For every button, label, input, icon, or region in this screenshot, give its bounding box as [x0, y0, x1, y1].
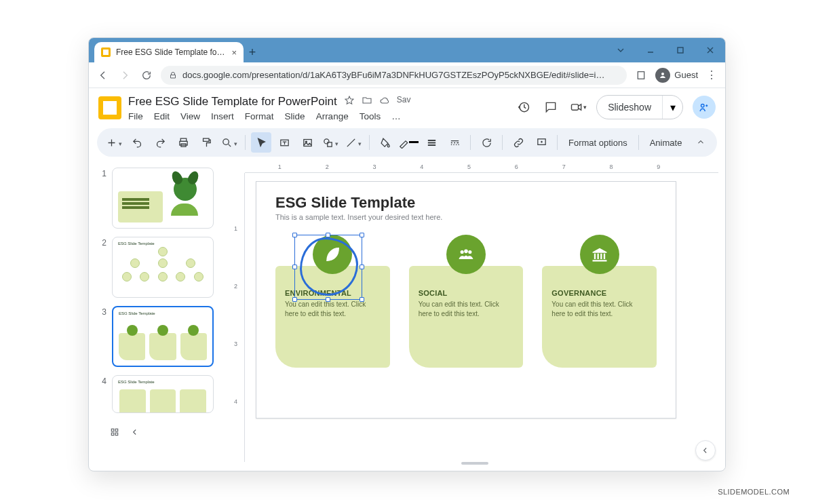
svg-rect-1: [638, 71, 644, 79]
slides-logo-icon[interactable]: [98, 96, 121, 119]
history-icon[interactable]: [515, 98, 532, 116]
canvas-area[interactable]: 1 2 3 4 5 6 7 8 9 1 2 3 4 ESG Slide Temp…: [225, 162, 725, 469]
image-tool[interactable]: [297, 132, 317, 153]
menu-view[interactable]: View: [180, 111, 200, 121]
explore-button[interactable]: [695, 440, 716, 461]
slide-panel[interactable]: 1 2 ESG Slide Template 3: [89, 162, 225, 469]
menu-edit[interactable]: Edit: [154, 111, 170, 121]
window-close-button[interactable]: [695, 38, 725, 62]
esg-card-social[interactable]: SOCIAL You can edit this text. Click her…: [409, 235, 524, 368]
comment-button[interactable]: [531, 132, 551, 153]
slide-canvas[interactable]: ESG Slide Template This is a sample text…: [256, 181, 676, 419]
slide-title[interactable]: ESG Slide Template: [256, 182, 676, 213]
svg-point-2: [661, 73, 664, 75]
menu-file[interactable]: File: [128, 111, 143, 121]
card-body[interactable]: You can edit this text. Click here to ed…: [551, 300, 647, 319]
tab-close-icon[interactable]: ×: [231, 47, 237, 58]
institution-icon[interactable]: [580, 235, 619, 274]
new-tab-button[interactable]: +: [244, 42, 261, 62]
window-maximize-button[interactable]: [665, 38, 695, 62]
svg-rect-18: [115, 429, 118, 431]
svg-rect-19: [111, 433, 114, 435]
menu-arrange[interactable]: Arrange: [316, 111, 349, 121]
tab-title: Free ESG Slide Template for Powe: [116, 47, 226, 57]
card-heading[interactable]: GOVERNANCE: [551, 289, 647, 297]
link-button[interactable]: [508, 132, 528, 153]
menu-format[interactable]: Format: [245, 111, 274, 121]
browser-toolbar: docs.google.com/presentation/d/1aKA6T3yB…: [89, 62, 725, 88]
slides-favicon-icon: [101, 47, 111, 57]
menu-tools[interactable]: Tools: [360, 111, 381, 121]
card-heading[interactable]: SOCIAL: [419, 289, 514, 297]
format-options-button[interactable]: Format options: [563, 138, 633, 148]
cloud-icon[interactable]: [379, 95, 390, 109]
chevron-down-icon[interactable]: [606, 38, 636, 62]
slideshow-button[interactable]: Slideshow ▾: [596, 95, 683, 119]
card-body[interactable]: You can edit this text. Click here to ed…: [419, 300, 514, 319]
collapse-toolbar-button[interactable]: [691, 138, 710, 147]
slide-subtitle[interactable]: This is a sample text. Insert your desir…: [256, 213, 676, 221]
selection-box[interactable]: [294, 235, 362, 300]
chevron-left-icon[interactable]: [128, 425, 142, 439]
thumb-number: 3: [98, 306, 106, 367]
slide-thumbnail-1[interactable]: [112, 168, 214, 229]
slide-thumbnail-4[interactable]: ESG Slide Template: [112, 375, 214, 413]
line-tool[interactable]: [343, 132, 364, 153]
fill-color-button[interactable]: [375, 132, 395, 153]
comments-icon[interactable]: [542, 98, 560, 116]
redo-button[interactable]: [150, 132, 170, 153]
svg-point-21: [461, 250, 464, 254]
address-bar[interactable]: docs.google.com/presentation/d/1aKA6T3yB…: [161, 66, 627, 85]
star-icon[interactable]: [344, 95, 355, 109]
thumb-number: 4: [98, 375, 106, 413]
thumb-number: 2: [98, 237, 106, 298]
undo-button[interactable]: [127, 132, 147, 153]
menu-insert[interactable]: Insert: [211, 111, 234, 121]
zoom-button[interactable]: [219, 132, 239, 153]
save-status: Sav: [397, 95, 411, 109]
move-icon[interactable]: [362, 95, 372, 109]
menu-slide[interactable]: Slide: [285, 111, 305, 121]
thumbnail-row: 1: [98, 168, 219, 229]
window-minimize-button[interactable]: [636, 38, 665, 62]
browser-menu-button[interactable]: ⋮: [705, 69, 718, 81]
people-icon[interactable]: [446, 235, 486, 274]
share-button[interactable]: [693, 96, 716, 119]
meet-icon[interactable]: ▾: [569, 98, 587, 116]
esg-card-governance[interactable]: GOVERNANCE You can edit this text. Click…: [542, 235, 657, 368]
card-body[interactable]: You can edit this text. Click here to ed…: [285, 300, 381, 319]
print-button[interactable]: [173, 132, 193, 153]
shape-tool[interactable]: [320, 132, 341, 153]
new-slide-button[interactable]: [104, 132, 124, 153]
svg-point-10: [223, 138, 229, 144]
slide-thumbnail-3[interactable]: ESG Slide Template: [112, 306, 214, 367]
border-dash-button[interactable]: [444, 132, 465, 153]
grid-view-icon[interactable]: [108, 425, 121, 439]
profile-chip[interactable]: Guest: [655, 68, 698, 83]
rotate-button[interactable]: [476, 132, 497, 153]
browser-tab[interactable]: Free ESG Slide Template for Powe ×: [94, 42, 244, 62]
svg-rect-9: [203, 138, 209, 141]
reading-list-icon[interactable]: [634, 68, 648, 83]
menu-more[interactable]: …: [391, 111, 401, 121]
textbox-tool[interactable]: [274, 132, 294, 153]
svg-rect-4: [571, 104, 578, 110]
attribution-text: SLIDEMODEL.COM: [718, 488, 790, 496]
url-text: docs.google.com/presentation/d/1aKA6T3yB…: [182, 70, 619, 80]
slide-thumbnail-2[interactable]: ESG Slide Template: [112, 237, 214, 298]
forward-button[interactable]: [117, 68, 132, 83]
border-weight-button[interactable]: [421, 132, 442, 153]
select-tool[interactable]: [251, 132, 271, 153]
slideshow-label[interactable]: Slideshow: [597, 102, 662, 113]
back-button[interactable]: [96, 68, 111, 83]
speaker-notes-handle[interactable]: [461, 462, 488, 465]
svg-point-23: [468, 250, 471, 254]
document-title[interactable]: Free ESG Slide Template for PowerPoint: [128, 95, 337, 109]
window-controls: [606, 38, 725, 62]
slideshow-dropdown[interactable]: ▾: [662, 96, 682, 119]
border-color-button[interactable]: [398, 132, 419, 153]
animate-button[interactable]: Animate: [644, 138, 688, 148]
reload-button[interactable]: [139, 68, 154, 83]
paint-format-button[interactable]: [196, 132, 216, 153]
lock-icon: [169, 71, 177, 79]
